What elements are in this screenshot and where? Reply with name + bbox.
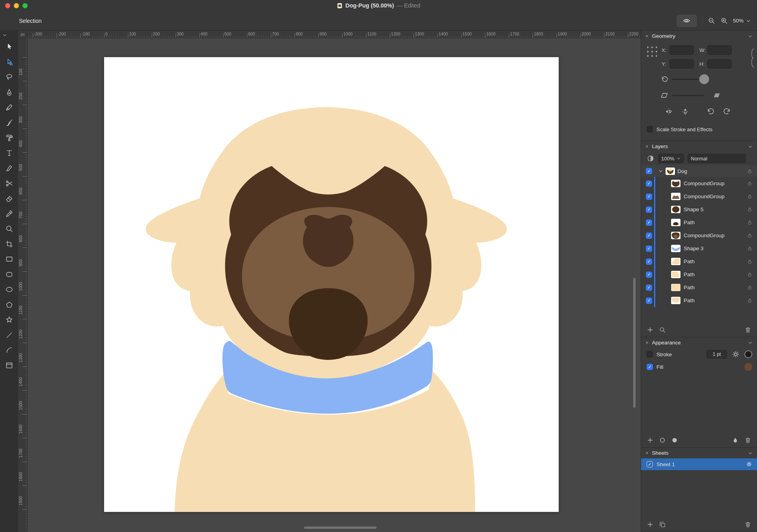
tool-lasso[interactable] [3, 71, 15, 83]
tool-text[interactable] [3, 147, 15, 159]
lock-icon[interactable] [747, 298, 752, 303]
sheet-settings-gear-icon[interactable] [746, 461, 752, 467]
tool-line[interactable] [3, 329, 15, 341]
tool-polygon[interactable] [3, 299, 15, 311]
stroke-color-swatch[interactable] [744, 350, 752, 358]
tool-calligraphy[interactable] [3, 162, 15, 174]
layer-row[interactable]: ✓ Path [641, 294, 757, 307]
sheet-visibility-checkbox[interactable]: ✓ [647, 461, 653, 467]
layer-row[interactable]: ✓ Path [641, 255, 757, 268]
lock-icon[interactable] [747, 220, 752, 225]
zoom-in-button[interactable] [720, 17, 728, 24]
tool-transform[interactable] [3, 238, 15, 250]
lock-icon[interactable] [747, 259, 752, 264]
tool-direct-selection[interactable] [3, 56, 15, 68]
rotation-knob[interactable] [699, 74, 709, 84]
rotate-ccw-button[interactable] [707, 108, 714, 115]
lock-icon[interactable] [747, 272, 752, 277]
canvas-options-chevron[interactable] [2, 33, 7, 37]
chevron-down-icon[interactable] [748, 340, 753, 345]
stroke-width-field[interactable]: 1 pt [707, 350, 727, 359]
zoom-out-button[interactable] [708, 17, 715, 24]
lock-icon[interactable] [747, 194, 752, 199]
close-panel-icon[interactable]: × [645, 33, 649, 39]
ruler-unit-corner[interactable]: px [18, 31, 28, 38]
layer-visibility-checkbox[interactable]: ✓ [646, 206, 652, 213]
layer-visibility-checkbox[interactable]: ✓ [646, 180, 652, 187]
add-style-button[interactable] [647, 437, 654, 444]
fullscreen-window-button[interactable] [22, 3, 28, 8]
preview-mode-button[interactable] [677, 15, 697, 27]
vertical-ruler[interactable]: 1002003004005006007008009001000110012001… [18, 38, 28, 532]
layer-row[interactable]: ✓ Path [641, 268, 757, 281]
flip-horizontal-icon[interactable] [665, 108, 673, 115]
add-layer-button[interactable] [647, 326, 654, 333]
tool-rounded-rectangle[interactable] [3, 269, 15, 280]
fill-color-swatch[interactable] [744, 363, 752, 371]
tool-star[interactable] [3, 314, 15, 326]
tool-scissors[interactable] [3, 178, 15, 189]
tool-paint-roller[interactable] [3, 132, 15, 143]
tool-pen[interactable] [3, 87, 15, 98]
delete-sheet-button[interactable] [744, 521, 751, 528]
ink-pen-icon[interactable] [732, 437, 739, 444]
delete-layer-button[interactable] [744, 326, 751, 333]
fill-visibility-checkbox[interactable]: ✓ [647, 364, 653, 370]
duplicate-sheet-icon[interactable] [659, 521, 666, 528]
chevron-down-icon[interactable] [748, 34, 753, 39]
layer-visibility-checkbox[interactable]: ✓ [646, 168, 652, 174]
tool-selection[interactable] [3, 41, 15, 52]
add-sheet-button[interactable] [647, 521, 654, 528]
h-input[interactable] [707, 59, 732, 69]
link-width-height-icon[interactable] [750, 47, 755, 71]
layer-visibility-checkbox[interactable]: ✓ [646, 298, 652, 304]
stroke-settings-gear-icon[interactable] [732, 350, 740, 358]
chevron-down-icon[interactable] [748, 451, 753, 456]
tool-arc[interactable] [3, 344, 15, 356]
disclosure-chevron-icon[interactable] [658, 169, 663, 173]
tool-brush[interactable] [3, 117, 15, 128]
layer-visibility-checkbox[interactable]: ✓ [646, 259, 652, 265]
w-input[interactable] [707, 45, 732, 55]
layer-visibility-checkbox[interactable]: ✓ [646, 193, 652, 200]
x-input[interactable] [669, 45, 694, 55]
search-layers-icon[interactable] [659, 326, 666, 333]
layer-row[interactable]: ✓ Shape 5 [641, 203, 757, 216]
lock-icon[interactable] [747, 246, 752, 251]
tool-eraser[interactable] [3, 193, 15, 204]
lock-icon[interactable] [747, 233, 752, 238]
horizontal-scrollbar[interactable] [304, 526, 377, 529]
canvas-viewport[interactable] [28, 38, 641, 532]
rotate-cw-button[interactable] [723, 108, 731, 115]
layer-row[interactable]: ✓ Shape 3 [641, 242, 757, 255]
close-panel-icon[interactable]: × [645, 144, 649, 149]
tool-pencil[interactable] [3, 102, 15, 113]
scale-stroke-checkbox[interactable]: ✓ [647, 126, 653, 132]
tool-eyedropper[interactable] [3, 208, 15, 219]
close-window-button[interactable] [5, 3, 10, 8]
tool-rectangle[interactable] [3, 253, 15, 265]
layer-visibility-checkbox[interactable]: ✓ [646, 246, 652, 252]
lock-icon[interactable] [747, 285, 752, 290]
tool-artboard[interactable] [3, 360, 15, 371]
layer-visibility-checkbox[interactable]: ✓ [646, 233, 652, 239]
delete-style-button[interactable] [744, 437, 751, 444]
y-input[interactable] [669, 59, 694, 69]
rotation-slider[interactable] [672, 73, 704, 85]
zoom-level-dropdown[interactable]: 50% [733, 18, 751, 24]
stroke-style-icon[interactable] [659, 437, 666, 444]
horizontal-ruler[interactable]: -300-200-1000100200300400500600700800900… [28, 31, 641, 38]
tool-ellipse[interactable] [3, 284, 15, 295]
shear-slider[interactable] [672, 89, 704, 101]
sheet-row[interactable]: ✓ Sheet 1 [641, 458, 757, 470]
chevron-down-icon[interactable] [748, 144, 753, 149]
layer-row[interactable]: ✓ Path [641, 281, 757, 294]
layer-visibility-checkbox[interactable]: ✓ [646, 285, 652, 291]
lock-icon[interactable] [747, 207, 752, 212]
lock-icon[interactable] [747, 169, 752, 174]
layer-row[interactable]: ✓ CompoundGroup [641, 190, 757, 203]
close-panel-icon[interactable]: × [645, 450, 649, 456]
blend-mode-dropdown[interactable]: Normal [688, 154, 746, 163]
layer-row[interactable]: ✓ CompoundGroup [641, 229, 757, 242]
lock-icon[interactable] [747, 181, 752, 186]
